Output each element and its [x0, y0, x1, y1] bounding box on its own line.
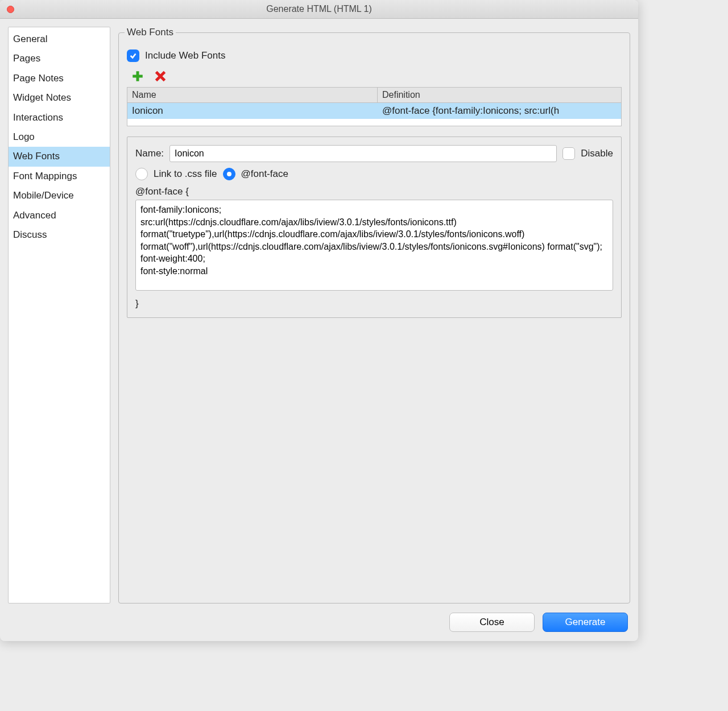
svg-rect-1 — [133, 75, 143, 78]
main-panel: Web Fonts Include Web Fonts — [118, 27, 630, 603]
close-button[interactable]: Close — [449, 613, 535, 632]
radio-link-css-label: Link to .css file — [154, 168, 217, 180]
close-window-button[interactable] — [7, 6, 14, 13]
sidebar-item-general[interactable]: General — [9, 30, 110, 49]
sidebar-item-logo[interactable]: Logo — [9, 127, 110, 147]
radio-font-face[interactable] — [223, 168, 235, 180]
sidebar-item-widget-notes[interactable]: Widget Notes — [9, 88, 110, 108]
sidebar-item-interactions[interactable]: Interactions — [9, 108, 110, 127]
web-fonts-section: Web Fonts Include Web Fonts — [118, 27, 630, 603]
fontface-open-brace: @font-face { — [135, 186, 613, 197]
font-details-panel: Name: Disable Link to .css file @font-fa… — [127, 137, 622, 318]
cell-definition: @font-face {font-family:Ionicons; src:ur… — [378, 103, 621, 119]
disable-checkbox[interactable] — [562, 147, 575, 160]
font-list-toolbar — [127, 70, 622, 82]
table-body: Ionicon @font-face {font-family:Ionicons… — [127, 103, 621, 119]
content-area: General Pages Page Notes Widget Notes In… — [0, 19, 638, 603]
radio-font-face-label: @font-face — [241, 168, 288, 180]
dialog-window: Generate HTML (HTML 1) General Pages Pag… — [0, 0, 638, 641]
fonts-table: Name Definition Ionicon @font-face {font… — [127, 87, 622, 126]
include-web-fonts-label: Include Web Fonts — [145, 50, 225, 61]
window-title: Generate HTML (HTML 1) — [0, 4, 638, 14]
name-label: Name: — [135, 148, 164, 159]
section-legend: Web Fonts — [125, 27, 176, 38]
sidebar-item-pages[interactable]: Pages — [9, 49, 110, 68]
titlebar: Generate HTML (HTML 1) — [0, 0, 638, 19]
fontface-body-textarea[interactable] — [135, 200, 613, 291]
sidebar-item-mobile-device[interactable]: Mobile/Device — [9, 186, 110, 205]
table-header: Name Definition — [127, 88, 621, 103]
check-icon — [129, 52, 137, 60]
fontface-close-brace: } — [135, 298, 613, 309]
x-icon — [155, 71, 166, 82]
column-header-name[interactable]: Name — [127, 88, 378, 102]
font-name-input[interactable] — [169, 145, 557, 162]
dialog-footer: Close Generate — [0, 603, 638, 641]
include-web-fonts-row: Include Web Fonts — [127, 49, 622, 62]
radio-link-css[interactable] — [135, 168, 148, 180]
sidebar-item-page-notes[interactable]: Page Notes — [9, 69, 110, 88]
fontface-editor: @font-face { } — [135, 186, 613, 309]
generate-button[interactable]: Generate — [543, 613, 628, 632]
sidebar-item-font-mappings[interactable]: Font Mappings — [9, 167, 110, 186]
sidebar-item-web-fonts[interactable]: Web Fonts — [9, 147, 110, 166]
table-row[interactable]: Ionicon @font-face {font-family:Ionicons… — [127, 103, 621, 119]
cell-name: Ionicon — [127, 103, 378, 119]
source-type-row: Link to .css file @font-face — [135, 168, 613, 180]
include-web-fonts-checkbox[interactable] — [127, 49, 139, 62]
remove-font-button[interactable] — [154, 70, 167, 82]
name-row: Name: Disable — [135, 145, 613, 162]
table-footer-space — [127, 119, 621, 126]
add-font-button[interactable] — [131, 70, 144, 82]
window-controls — [7, 6, 14, 13]
sidebar: General Pages Page Notes Widget Notes In… — [8, 27, 110, 603]
column-header-definition[interactable]: Definition — [378, 88, 621, 102]
sidebar-item-discuss[interactable]: Discuss — [9, 225, 110, 245]
disable-label: Disable — [581, 148, 613, 159]
sidebar-item-advanced[interactable]: Advanced — [9, 206, 110, 225]
plus-icon — [132, 71, 143, 82]
